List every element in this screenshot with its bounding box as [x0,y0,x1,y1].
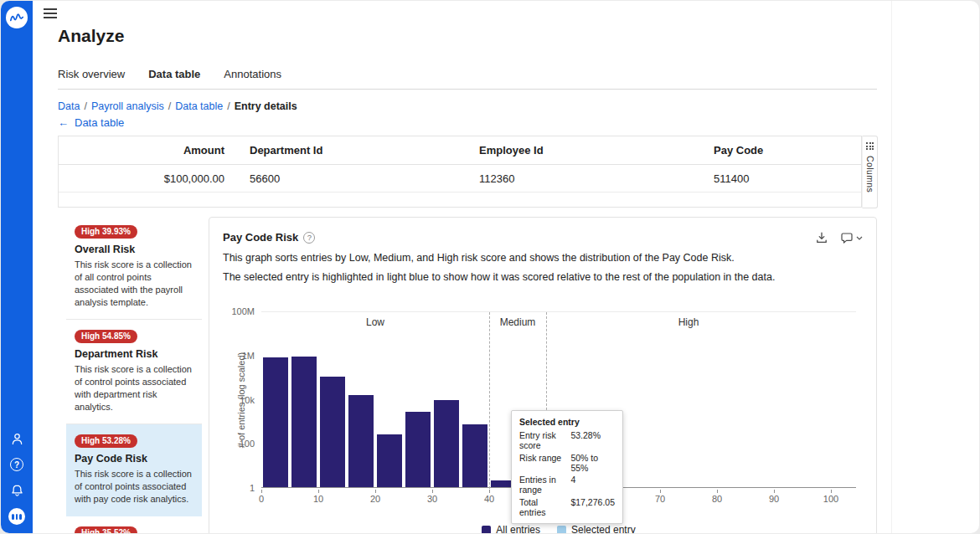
y-axis-tick-label: 10k [216,395,255,405]
breadcrumb-separator: / [168,100,171,112]
chart-panel: Pay Code Risk ? [209,217,877,533]
comment-dropdown-button[interactable] [840,231,863,244]
chart-description-line2: The selected entry is highlighted in lig… [223,271,863,283]
column-header-employee-id: Employee Id [456,144,690,157]
y-axis-tick-label: 1M [216,351,255,361]
x-axis-tick-label: 10 [313,494,323,504]
comment-icon [840,231,854,244]
back-link[interactable]: ← Data table [58,116,124,129]
risk-card-description: This risk score is a collection of contr… [75,468,193,506]
tab-risk-overview[interactable]: Risk overview [58,68,125,80]
risk-card-employee-risk[interactable]: High 35.52% Employee Risk [66,516,202,533]
histogram-bar[interactable] [320,377,345,487]
y-axis-tick-label: 100 [216,439,255,449]
region-label-low: Low [366,316,384,328]
column-header-department-id: Department Id [226,144,456,157]
x-axis-tick-mark [660,490,661,493]
columns-button[interactable]: Columns [862,136,878,208]
selected-entry-tooltip: Selected entry Entry risk score53.28% Ri… [511,410,623,524]
x-axis-tick-label: 90 [769,494,779,504]
tooltip-label: Total entries [519,497,564,517]
plot-area: # of entries (log scaled) Risk score (%)… [261,311,856,488]
legend-label: All entries [496,524,540,533]
cell-employee-id: 112360 [456,172,690,185]
tab-data-table[interactable]: Data table [148,68,200,80]
x-axis-tick-mark [774,490,775,493]
user-icon[interactable] [8,430,25,447]
risk-badge: High 54.85% [75,330,137,343]
chevron-down-icon [856,236,863,240]
hamburger-menu-icon[interactable] [44,8,57,22]
risk-card-title: Department Risk [75,348,193,360]
risk-badge: High 35.52% [75,526,137,533]
histogram-bar[interactable] [434,400,459,487]
tooltip-label: Entry risk score [519,430,564,450]
tooltip-label: Entries in range [519,475,564,495]
sidebar-bottom-icons: ? [1,430,33,525]
risk-card-title: Overall Risk [75,244,193,255]
risk-score-list: High 39.93% Overall Risk This risk score… [66,215,202,533]
histogram-bar[interactable] [348,395,374,487]
breadcrumb-separator: / [227,100,230,112]
tooltip-value: 4 [570,475,615,495]
breadcrumb: Data/Payroll analysis/Data table/Entry d… [58,100,297,112]
bell-icon[interactable] [8,482,25,499]
tooltip-value: $17,276.05 [570,497,615,517]
breadcrumb-link-data[interactable]: Data [58,100,80,112]
chart-title: Pay Code Risk [223,231,298,244]
y-axis-tick-label: 100M [216,306,255,316]
x-axis-tick-mark [831,490,832,493]
columns-button-label: Columns [865,156,875,193]
mindbridge-logo[interactable] [6,7,28,28]
tooltip-label: Risk range [519,453,564,473]
tab-bar: Risk overview Data table Annotations [58,68,877,90]
risk-card-pay-code-risk[interactable]: High 53.28% Pay Code Risk This risk scor… [66,424,202,516]
x-axis-tick-mark [432,490,433,493]
risk-card-description: This risk score is a collection of all c… [75,259,193,309]
x-axis-tick-label: 20 [370,494,380,504]
sidebar: ? [1,1,33,533]
histogram-bar[interactable] [291,357,317,487]
help-icon[interactable]: ? [8,456,25,473]
cell-department-id: 56600 [226,172,456,185]
chart-help-icon[interactable]: ? [303,232,315,244]
legend-label: Selected entry [571,524,636,533]
download-icon[interactable] [815,231,828,244]
breadcrumb-separator: / [84,100,86,112]
legend-swatch [482,526,491,534]
cell-pay-code: 511400 [690,172,861,185]
column-header-amount: Amount [59,144,226,157]
risk-card-department-risk[interactable]: High 54.85% Department Risk This risk sc… [66,320,202,424]
table-row[interactable]: $100,000.00 56600 112360 511400 [59,165,861,193]
histogram-bar[interactable] [263,357,288,487]
back-arrow-icon: ← [58,116,69,129]
tab-annotations[interactable]: Annotations [224,68,281,80]
main-content: Analyze Risk overview Data table Annotat… [33,1,979,533]
histogram-bar[interactable] [405,412,431,487]
grid-icon [866,142,874,150]
breadcrumb-link-payroll-analysis[interactable]: Payroll analysis [91,100,164,112]
legend-item[interactable]: Selected entry [557,524,636,533]
chart-legend: All entriesSelected entry [261,524,856,533]
histogram-bar[interactable] [377,434,402,487]
x-axis-tick-label: 40 [484,494,494,504]
x-axis-tick-mark [375,490,376,493]
legend-item[interactable]: All entries [482,524,540,533]
tooltip-value: 53.28% [570,430,615,450]
back-link-label: Data table [75,116,124,129]
tooltip-title: Selected entry [519,417,615,427]
tooltip-rows: Entry risk score53.28% Risk range50% to … [519,430,615,517]
risk-card-overall-risk[interactable]: High 39.93% Overall Risk This risk score… [66,215,202,320]
breadcrumb-link-data-table[interactable]: Data table [175,100,223,112]
chat-circle-glyph [8,508,25,525]
risk-badge: High 53.28% [75,434,137,448]
x-axis-tick-mark [717,490,718,493]
region-boundary-line [489,312,490,489]
tooltip-value: 50% to 55% [570,453,615,473]
x-axis-tick-label: 70 [655,494,665,504]
app-window: ? Analyze Risk overview Data table Annot… [1,1,979,533]
content-right-divider [891,1,892,533]
entry-details-table: Amount Department Id Employee Id Pay Cod… [58,136,862,208]
histogram-bar[interactable] [462,424,487,487]
chat-icon[interactable] [8,508,25,525]
